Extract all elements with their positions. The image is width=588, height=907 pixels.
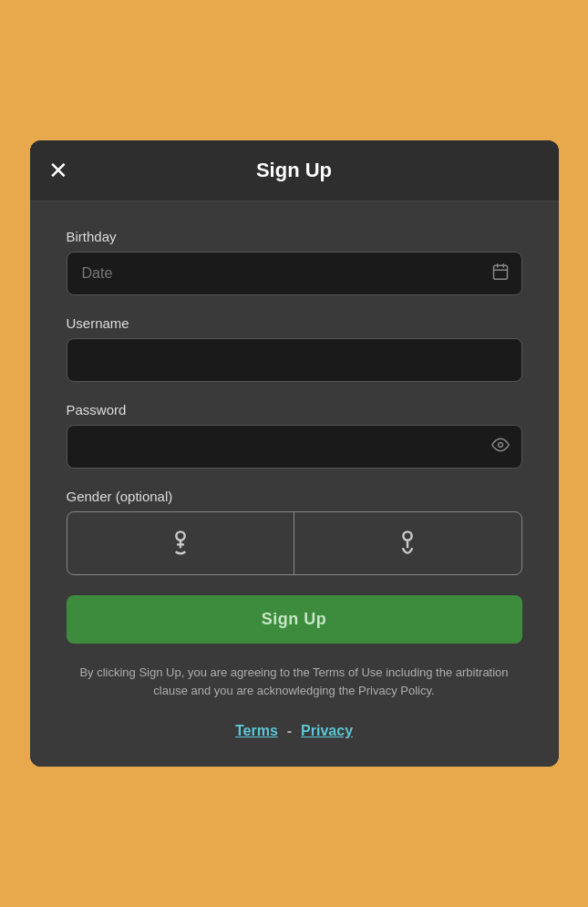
close-button[interactable]: ✕ [48, 159, 68, 182]
gender-label: Gender (optional) [67, 489, 522, 504]
birthday-label: Birthday [67, 229, 522, 244]
birthday-input[interactable] [67, 252, 522, 295]
svg-point-8 [404, 531, 412, 540]
show-password-icon[interactable] [491, 436, 510, 459]
svg-point-4 [498, 442, 502, 447]
modal-title: Sign Up [256, 159, 332, 182]
password-field-group: Password [67, 402, 522, 469]
terms-links: Terms - Privacy [67, 723, 522, 739]
username-field-group: Username [67, 315, 522, 382]
privacy-link[interactable]: Privacy [301, 723, 353, 739]
gender-field-group: Gender (optional) [67, 489, 522, 575]
password-label: Password [67, 402, 522, 417]
terms-link[interactable]: Terms [235, 723, 278, 739]
password-input-wrapper [67, 425, 522, 469]
gender-male-button[interactable] [294, 512, 521, 574]
gender-female-button[interactable] [67, 512, 295, 574]
modal-header: ✕ Sign Up [30, 140, 559, 201]
form-body: Birthday Username [30, 201, 559, 767]
password-input[interactable] [67, 425, 522, 469]
birthday-input-wrapper [67, 252, 522, 295]
username-input-wrapper [67, 338, 522, 382]
signup-button[interactable]: Sign Up [67, 595, 522, 644]
disclaimer-text: By clicking Sign Up, you are agreeing to… [67, 664, 522, 699]
signup-modal: ✕ Sign Up Birthday Username [30, 140, 559, 767]
gender-selector [67, 511, 522, 575]
username-label: Username [67, 315, 522, 331]
birthday-field-group: Birthday [67, 229, 522, 295]
links-separator: - [287, 723, 292, 739]
username-input[interactable] [67, 338, 522, 382]
svg-point-5 [176, 531, 184, 540]
